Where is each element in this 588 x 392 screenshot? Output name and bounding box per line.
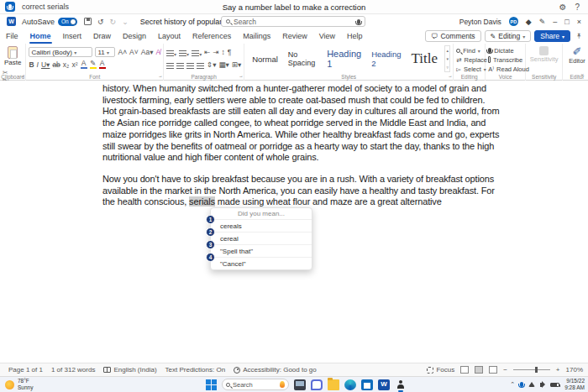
show-formatting-icon[interactable]: ¶: [228, 48, 232, 56]
styles-gallery-scrollbar[interactable]: ▴▾▿: [444, 45, 450, 72]
undo-icon[interactable]: ↺: [97, 18, 104, 26]
pen-mode-icon[interactable]: ✎: [539, 18, 546, 26]
suggestion-item-3[interactable]: 3 "Spell that": [211, 244, 312, 257]
avatar[interactable]: PD: [509, 17, 518, 26]
restore-button[interactable]: □: [564, 18, 569, 26]
edge-browser-icon[interactable]: [344, 379, 356, 390]
scroll-up-icon[interactable]: ▴: [445, 46, 449, 55]
shrink-font-icon[interactable]: A˅: [129, 48, 139, 56]
scroll-down-icon[interactable]: ▾: [445, 55, 449, 63]
find-button[interactable]: Find▾: [456, 46, 482, 55]
document-page[interactable]: history. When humanity switched from a h…: [0, 81, 588, 363]
editor-button[interactable]: ✐ Editor: [565, 45, 588, 65]
search-mic-icon[interactable]: [357, 19, 360, 24]
autosave-toggle[interactable]: On: [58, 18, 77, 26]
redo-icon[interactable]: ↻: [110, 18, 117, 26]
style-no-spacing[interactable]: No Spacing: [283, 46, 322, 71]
tab-references[interactable]: References: [186, 29, 237, 44]
share-button[interactable]: Share▾: [534, 30, 570, 42]
italic-icon[interactable]: I: [37, 60, 39, 69]
zoom-percentage[interactable]: 170%: [566, 366, 583, 374]
tab-mailings[interactable]: Mailings: [237, 29, 276, 44]
tab-home[interactable]: Home: [24, 29, 57, 44]
search-box[interactable]: Search: [221, 16, 365, 27]
zoom-slider[interactable]: [513, 369, 550, 370]
minimize-button[interactable]: –: [553, 18, 557, 26]
editing-mode-button[interactable]: ✎Editing▾: [485, 30, 532, 42]
speaker-icon[interactable]: [540, 383, 543, 387]
collapse-ribbon-icon[interactable]: ⌄: [580, 71, 585, 77]
save-icon[interactable]: [84, 18, 92, 25]
replace-button[interactable]: ⇄Replace: [456, 55, 482, 64]
align-left-icon[interactable]: [166, 57, 174, 72]
style-heading2[interactable]: Heading 2: [366, 46, 406, 71]
bold-icon[interactable]: B: [29, 60, 34, 69]
font-size-combo[interactable]: 11 ▾: [95, 47, 115, 57]
line-spacing-icon[interactable]: ⇕▾: [207, 60, 216, 69]
clear-formatting-icon[interactable]: A̸: [155, 48, 160, 56]
zoom-out-button[interactable]: −: [503, 366, 507, 374]
wifi-icon[interactable]: [528, 382, 535, 387]
close-button[interactable]: ×: [577, 18, 581, 26]
tray-overflow-icon[interactable]: ⌃: [510, 381, 515, 388]
taskbar-search[interactable]: Search: [222, 379, 289, 390]
style-normal[interactable]: Normal: [247, 46, 283, 71]
settings-gear-icon[interactable]: ⚙: [559, 3, 566, 12]
grow-font-icon[interactable]: A˄: [118, 48, 127, 56]
underline-icon[interactable]: U▾: [41, 60, 50, 69]
battery-icon[interactable]: [550, 383, 559, 387]
suggestion-item-1[interactable]: 1 cereals: [211, 219, 312, 232]
comments-button[interactable]: 🗩Comments: [425, 30, 481, 42]
tab-draw[interactable]: Draw: [87, 29, 117, 44]
suggestion-item-4[interactable]: 4 "Cancel": [211, 257, 312, 269]
style-heading1[interactable]: Heading 1: [322, 46, 366, 71]
accessibility-status[interactable]: Accessibility: Good to go: [243, 366, 317, 374]
presenter-icon[interactable]: ◆: [526, 18, 532, 26]
suggestion-item-2[interactable]: 2 cereal: [211, 232, 312, 244]
decrease-indent-icon[interactable]: ⇤: [204, 48, 210, 56]
word-taskbar-icon[interactable]: [378, 379, 390, 390]
help-icon[interactable]: ?: [575, 3, 580, 12]
select-button[interactable]: ▻Select▾: [456, 65, 482, 73]
tab-layout[interactable]: Layout: [152, 29, 186, 44]
styles-dialog-launcher[interactable]: ⌐: [449, 75, 452, 80]
paste-button[interactable]: Paste: [4, 46, 21, 66]
increase-indent-icon[interactable]: ⇥: [213, 48, 218, 56]
font-color-icon[interactable]: A: [99, 60, 106, 69]
strikethrough-icon[interactable]: ab: [52, 60, 60, 69]
file-explorer-icon[interactable]: [328, 379, 339, 390]
focus-mode[interactable]: Focus: [436, 366, 454, 374]
tab-help[interactable]: Help: [341, 29, 369, 44]
paragraph-dialog-launcher[interactable]: ⌐: [239, 75, 243, 80]
feedback-icon[interactable]: 🖈: [575, 32, 583, 40]
language-indicator[interactable]: English (India): [113, 366, 156, 374]
user-name[interactable]: Peyton Davis: [459, 18, 501, 26]
zoom-in-button[interactable]: +: [556, 366, 560, 374]
font-dialog-launcher[interactable]: ⌐: [159, 75, 162, 80]
microsoft-store-icon[interactable]: [361, 379, 373, 390]
highlight-color-icon[interactable]: ✎: [90, 60, 97, 69]
zoom-slider-thumb[interactable]: [535, 367, 538, 373]
transcribe-button[interactable]: Transcribe: [488, 55, 522, 64]
word-count[interactable]: 1 of 312 words: [51, 366, 95, 374]
sort-icon[interactable]: ↕: [221, 48, 224, 56]
borders-icon[interactable]: ⊞▾: [232, 60, 241, 69]
dictate-button[interactable]: Dictate: [488, 46, 522, 55]
voice-access-icon[interactable]: [395, 379, 407, 390]
text-effects-icon[interactable]: A: [81, 60, 87, 69]
tab-file[interactable]: File: [0, 29, 24, 44]
read-mode-icon[interactable]: [460, 366, 469, 374]
page-indicator[interactable]: Page 1 of 1: [8, 366, 43, 374]
align-right-icon[interactable]: [186, 57, 194, 72]
style-title[interactable]: Title: [407, 46, 444, 71]
task-view-icon[interactable]: [294, 379, 306, 390]
superscript-icon[interactable]: x²: [71, 60, 77, 69]
tray-mic-icon[interactable]: [520, 382, 523, 387]
text-predictions[interactable]: Text Predictions: On: [165, 366, 226, 374]
windows-start-button[interactable]: [206, 379, 217, 390]
justify-icon[interactable]: [197, 57, 204, 72]
selected-word[interactable]: serials: [189, 196, 215, 206]
web-layout-icon[interactable]: [489, 366, 497, 374]
align-center-icon[interactable]: [176, 57, 184, 72]
teams-chat-icon[interactable]: [311, 379, 323, 390]
